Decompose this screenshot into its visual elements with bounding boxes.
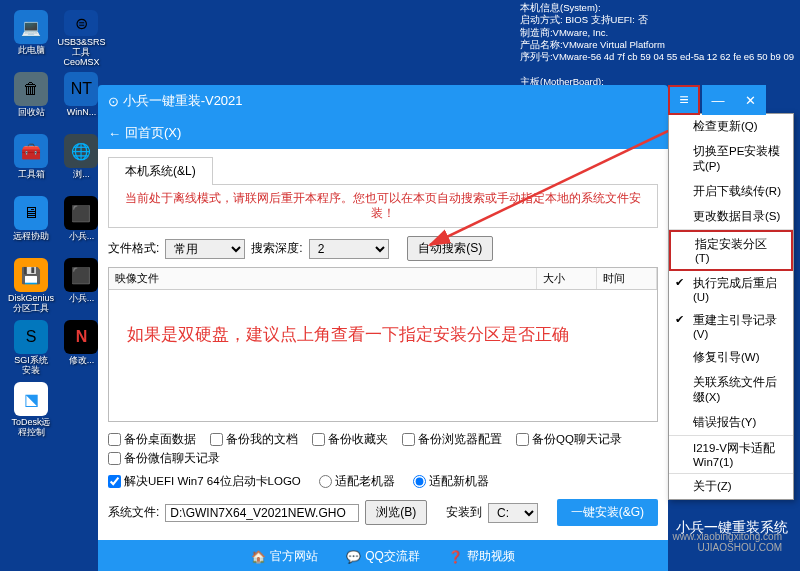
col-size[interactable]: 大小 [537, 268, 597, 289]
footer: 🏠官方网站 💬QQ交流群 ❓帮助视频 [98, 540, 668, 571]
diskgenius-icon: 💾 [14, 258, 48, 292]
tab-local-system[interactable]: 本机系统(&L) [108, 157, 213, 185]
menu-data-dir[interactable]: 更改数据目录(S) [669, 204, 793, 230]
warning-banner: 当前处于离线模式，请联网后重开本程序。您也可以在本页自动搜索或手动指定本地的系统… [108, 184, 658, 228]
desktop-icon[interactable]: 💾DiskGenius分区工具 [10, 258, 52, 316]
modify-icon: N [64, 320, 98, 354]
main-window: ⊙ 小兵一键重装-V2021 ← 回首页(X) 本机系统(&L) 当前处于离线模… [98, 85, 668, 571]
window-title: 小兵一键重装-V2021 [123, 92, 243, 110]
col-time[interactable]: 时间 [597, 268, 657, 289]
footer-site[interactable]: 🏠官方网站 [251, 548, 318, 565]
depth-label: 搜索深度: [251, 240, 302, 257]
desktop-icon[interactable]: ⬛小兵... [60, 196, 102, 254]
footer-help[interactable]: ❓帮助视频 [448, 548, 515, 565]
install-button[interactable]: 一键安装(&G) [557, 499, 658, 526]
desktop-icon[interactable]: NTWinN... [60, 72, 102, 130]
sysfile-label: 系统文件: [108, 504, 159, 521]
back-arrow-icon: ← [108, 126, 121, 141]
desktop-icon[interactable]: 🖥远程协助 [10, 196, 52, 254]
window-controls: — ✕ [702, 85, 766, 115]
radio-old[interactable]: 适配老机器 [319, 474, 395, 489]
depth-select[interactable]: 2 [309, 239, 389, 259]
table-header: 映像文件 大小 时间 [109, 268, 657, 290]
compat-row: 解决UEFI Win7 64位启动卡LOGO 适配老机器 适配新机器 [108, 474, 658, 489]
menu-pe-mode[interactable]: 切换至PE安装模式(P) [669, 139, 793, 179]
install-to-label: 安装到 [446, 504, 482, 521]
menu-fix-boot[interactable]: 修复引导(W) [669, 345, 793, 370]
desktop-icon[interactable]: 🧰工具箱 [10, 134, 52, 192]
menu-i219v[interactable]: I219-V网卡适配Win7(1) [669, 436, 793, 474]
toolbox-icon: 🧰 [14, 134, 48, 168]
remote-icon: 🖥 [14, 196, 48, 230]
help-icon: ❓ [448, 550, 463, 564]
backup-checks: 备份桌面数据 备份我的文档 备份收藏夹 备份浏览器配置 备份QQ聊天记录 备份微… [108, 432, 658, 466]
check-icon: ✔ [675, 276, 684, 289]
menu-rebuild-mbr[interactable]: ✔重建主引导记录(V) [669, 308, 793, 345]
file-format-select[interactable]: 常用 [165, 239, 245, 259]
back-button[interactable]: ← 回首页(X) [108, 124, 181, 142]
desktop-icon[interactable]: ⊜USB3&SRS工具CeoMSX [60, 10, 102, 68]
watermark: www.xiaobingxitong.com UJIAOSHOU.COM [673, 531, 783, 553]
usb-icon: ⊜ [64, 10, 98, 36]
file-format-label: 文件格式: [108, 240, 159, 257]
chk-desktop[interactable]: 备份桌面数据 [108, 432, 196, 447]
desktop-icon[interactable]: ⬛小兵... [60, 258, 102, 316]
chk-docs[interactable]: 备份我的文档 [210, 432, 298, 447]
search-row: 文件格式: 常用 搜索深度: 2 自动搜索(S) [108, 236, 658, 261]
radio-new[interactable]: 适配新机器 [413, 474, 489, 489]
xiaobing2-icon: ⬛ [64, 258, 98, 292]
menu-install-partition[interactable]: 指定安装分区(T) [669, 230, 793, 271]
sysfile-input[interactable] [165, 504, 359, 522]
menu-assoc-ext[interactable]: 关联系统文件后缀(X) [669, 370, 793, 410]
menu-button[interactable]: ≡ [668, 85, 700, 115]
browser-icon: 🌐 [64, 134, 98, 168]
sgi-icon: S [14, 320, 48, 354]
todesk-icon: ⬔ [14, 382, 48, 416]
app-icon: ⊙ [108, 94, 119, 109]
chk-wechat[interactable]: 备份微信聊天记录 [108, 451, 220, 466]
path-row: 系统文件: 浏览(B) 安装到 C: 一键安装(&G) [108, 499, 658, 526]
hamburger-icon: ≡ [679, 91, 688, 109]
desktop-icon[interactable]: SSGI系统安装 [10, 320, 52, 378]
window-body: 本机系统(&L) 当前处于离线模式，请联网后重开本程序。您也可以在本页自动搜索或… [98, 149, 668, 540]
chk-uefi[interactable]: 解决UEFI Win7 64位启动卡LOGO [108, 474, 301, 489]
image-table: 映像文件 大小 时间 如果是双硬盘，建议点上角查看一下指定安装分区是否正确 [108, 267, 658, 422]
menu-error-report[interactable]: 错误报告(Y) [669, 410, 793, 436]
xiaobing-icon: ⬛ [64, 196, 98, 230]
menu-resume[interactable]: 开启下载续传(R) [669, 179, 793, 204]
menu-reboot[interactable]: ✔执行完成后重启(U) [669, 271, 793, 308]
navbar: ← 回首页(X) [98, 117, 668, 149]
desktop-icon[interactable]: 🌐浏... [60, 134, 102, 192]
chk-browser[interactable]: 备份浏览器配置 [402, 432, 502, 447]
desktop-icon[interactable]: N修改... [60, 320, 102, 378]
desktop-icon[interactable]: ⬔ToDesk远程控制 [10, 382, 52, 440]
winnt-icon: NT [64, 72, 98, 106]
titlebar[interactable]: ⊙ 小兵一键重装-V2021 [98, 85, 668, 117]
auto-search-button[interactable]: 自动搜索(S) [407, 236, 493, 261]
home-icon: 🏠 [251, 550, 266, 564]
main-menu: 检查更新(Q) 切换至PE安装模式(P) 开启下载续传(R) 更改数据目录(S)… [668, 113, 794, 500]
install-to-select[interactable]: C: [488, 503, 538, 523]
pc-icon: 💻 [14, 10, 48, 44]
minimize-button[interactable]: — [702, 85, 734, 115]
qq-icon: 💬 [346, 550, 361, 564]
annotation-text: 如果是双硬盘，建议点上角查看一下指定安装分区是否正确 [127, 323, 569, 346]
desktop-icon[interactable]: 🗑回收站 [10, 72, 52, 130]
menu-check-update[interactable]: 检查更新(Q) [669, 114, 793, 139]
browse-button[interactable]: 浏览(B) [365, 500, 427, 525]
chk-fav[interactable]: 备份收藏夹 [312, 432, 388, 447]
recycle-icon: 🗑 [14, 72, 48, 106]
col-file[interactable]: 映像文件 [109, 268, 537, 289]
close-button[interactable]: ✕ [734, 85, 766, 115]
desktop-icon[interactable]: 💻此电脑 [10, 10, 52, 68]
check-icon: ✔ [675, 313, 684, 326]
footer-qq[interactable]: 💬QQ交流群 [346, 548, 420, 565]
chk-qq[interactable]: 备份QQ聊天记录 [516, 432, 622, 447]
desktop-icons: 💻此电脑 ⊜USB3&SRS工具CeoMSX 🗑回收站 NTWinN... 🧰工… [8, 8, 108, 442]
menu-about[interactable]: 关于(Z) [669, 474, 793, 499]
